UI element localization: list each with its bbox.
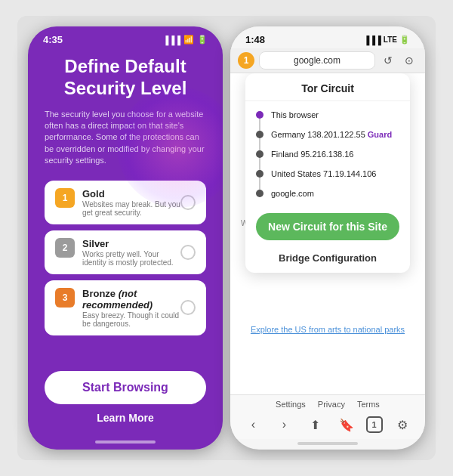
circuit-dot-finland — [256, 150, 263, 158]
share-button[interactable]: ⬆ — [304, 413, 327, 436]
start-browsing-button[interactable]: Start Browsing — [45, 371, 206, 404]
terms-link[interactable]: Terms — [357, 400, 380, 409]
spacer — [45, 342, 206, 371]
learn-more-link[interactable]: Learn More — [45, 412, 206, 424]
circuit-item-germany: Germany 138.201.122.55 Guard — [256, 127, 399, 142]
tor-popup-title: Tor Circuit — [245, 73, 410, 101]
circuit-dot-us — [256, 170, 263, 178]
bronze-option-left: 3 Bronze (not recommended) Easy breezy. … — [55, 288, 180, 328]
bronze-badge: 3 — [55, 288, 75, 308]
circuit-item-us: United States 71.19.144.106 — [256, 166, 399, 181]
gold-radio[interactable] — [180, 195, 196, 210]
silver-option-text: Silver Works pretty well. Your identity … — [82, 238, 180, 267]
circuit-item-browser: This browser — [256, 107, 399, 122]
settings-gear-button[interactable]: ⚙ — [391, 413, 414, 436]
right-status-icons: ▐▐▐ LTE 🔋 — [363, 35, 410, 45]
circuit-list: This browser Germany 138.201.122.55 Guar… — [245, 101, 410, 207]
bronze-option-name: Bronze (not recommended) — [82, 288, 180, 311]
circuit-label-germany: Germany 138.201.122.55 Guard — [271, 130, 392, 139]
gold-option-left: 1 Gold Websites may break. But you get g… — [55, 188, 180, 217]
circuit-dot-google — [256, 190, 263, 197]
page-subtitle: The security level you choose for a webs… — [45, 109, 206, 167]
reload-icon[interactable]: ↺ — [380, 52, 396, 69]
settings-link[interactable]: Settings — [276, 400, 306, 409]
right-time: 1:48 — [245, 34, 265, 45]
privacy-link[interactable]: Privacy — [318, 400, 345, 409]
left-time: 4:35 — [43, 34, 63, 45]
circuit-label-google: google.com — [271, 189, 314, 198]
left-content: Define DefaultSecurity Level The securit… — [28, 48, 223, 436]
circuit-label-browser: This browser — [271, 110, 319, 119]
bronze-option[interactable]: 3 Bronze (not recommended) Easy breezy. … — [45, 280, 206, 335]
silver-radio[interactable] — [180, 245, 196, 260]
silver-badge: 2 — [55, 238, 75, 258]
bottom-nav: Settings Privacy Terms ‹ › ⬆ 🔖 1 ⚙ — [230, 394, 425, 439]
bronze-option-text: Bronze (not recommended) Easy breezy. Th… — [82, 288, 180, 328]
nav-icons: ‹ › ⬆ 🔖 1 ⚙ — [230, 413, 425, 436]
circuit-dot-germany — [256, 131, 263, 138]
right-signal-icon: ▐▐▐ — [363, 36, 381, 45]
browser-toolbar: 1 google.com ↺ ⊙ — [230, 48, 425, 73]
tab-count-button[interactable]: 1 — [366, 416, 383, 433]
tor-circuit-popup: Tor Circuit This browser Germany 138.201… — [245, 73, 410, 273]
signal-icon: ▐▐▐ — [163, 36, 180, 45]
gold-option-text: Gold Websites may break. But you get gre… — [82, 188, 180, 217]
wifi-icon: 📶 — [183, 35, 194, 45]
circuit-dot-browser — [256, 111, 263, 119]
battery-icon: 🔋 — [197, 35, 208, 45]
app-container: 4:35 ▐▐▐ 📶 🔋 Define DefaultSecurity Leve… — [17, 16, 436, 460]
browser-content: 🌤 Weather Tor Circuit This browser — [230, 73, 425, 394]
tor-badge: 1 — [238, 52, 254, 69]
gold-option-name: Gold — [82, 188, 180, 199]
circuit-label-finland: Finland 95.216.138.16 — [271, 150, 353, 159]
gold-option[interactable]: 1 Gold Websites may break. But you get g… — [45, 181, 206, 224]
bridge-config-link[interactable]: Bridge Configuration — [245, 246, 410, 273]
right-battery-icon: 🔋 — [399, 35, 410, 45]
url-bar[interactable]: google.com — [259, 51, 375, 70]
right-home-indicator — [297, 442, 358, 445]
circuit-item-google: google.com — [256, 186, 399, 201]
back-button[interactable]: ‹ — [242, 413, 265, 436]
nav-links: Settings Privacy Terms — [230, 400, 425, 409]
gold-option-desc: Websites may break. But you get great se… — [82, 200, 180, 217]
bookmark-button[interactable]: 🔖 — [335, 413, 358, 436]
gold-badge: 1 — [55, 188, 75, 208]
share-icon[interactable]: ⊙ — [401, 52, 418, 69]
circuit-label-us: United States 71.19.144.106 — [271, 169, 376, 178]
new-circuit-button[interactable]: New Circuit for this Site — [256, 213, 399, 240]
right-status-bar: 1:48 ▐▐▐ LTE 🔋 — [230, 26, 425, 48]
lte-label: LTE — [384, 36, 397, 44]
circuit-item-finland: Finland 95.216.138.16 — [256, 147, 399, 162]
left-status-icons: ▐▐▐ 📶 🔋 — [163, 35, 208, 45]
home-indicator — [95, 440, 156, 444]
right-phone: 1:48 ▐▐▐ LTE 🔋 1 google.com ↺ ⊙ 🌤 Weathe… — [230, 26, 425, 450]
forward-button[interactable]: › — [273, 413, 296, 436]
silver-option-desc: Works pretty well. Your identity is most… — [82, 250, 180, 267]
left-phone: 4:35 ▐▐▐ 📶 🔋 Define DefaultSecurity Leve… — [28, 26, 223, 450]
explore-link[interactable]: Explore the US from arts to national par… — [230, 325, 425, 334]
silver-option-left: 2 Silver Works pretty well. Your identit… — [55, 238, 180, 267]
bronze-option-desc: Easy breezy. Though it could be dangerou… — [82, 311, 180, 328]
silver-option-name: Silver — [82, 238, 180, 249]
silver-option[interactable]: 2 Silver Works pretty well. Your identit… — [45, 230, 206, 274]
page-title: Define DefaultSecurity Level — [45, 56, 206, 100]
bronze-radio[interactable] — [180, 300, 196, 315]
left-status-bar: 4:35 ▐▐▐ 📶 🔋 — [28, 26, 223, 48]
